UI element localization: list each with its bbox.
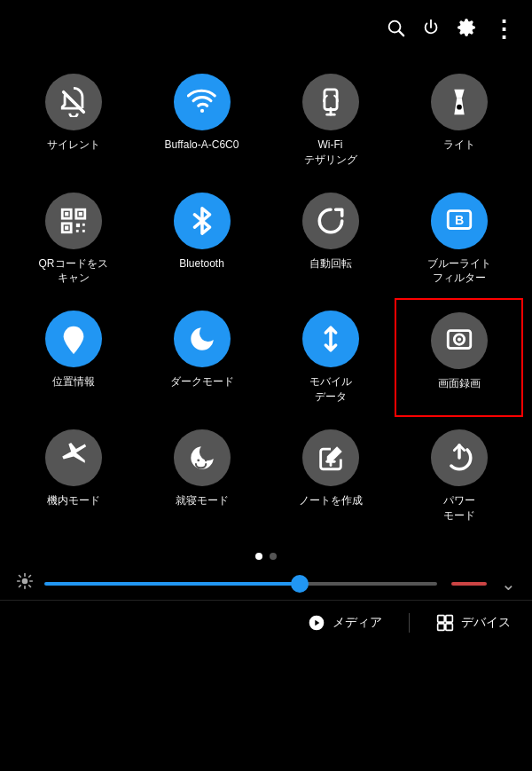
airplane-icon-circle — [45, 429, 102, 486]
svg-point-22 — [457, 338, 460, 342]
wifi-label: Buffalo-A-C6C0 — [165, 138, 239, 153]
location-label: 位置情報 — [52, 374, 95, 389]
svg-rect-4 — [324, 90, 336, 110]
tethering-icon-circle — [302, 74, 359, 130]
svg-rect-12 — [65, 225, 68, 229]
bluelight-icon-circle: B — [431, 193, 488, 249]
svg-line-30 — [20, 576, 21, 578]
settings-icon[interactable] — [457, 18, 476, 43]
flashlight-icon-circle — [431, 74, 488, 130]
note-label: ノートを作成 — [299, 493, 363, 508]
sleep-label: 就寝モード — [176, 493, 229, 508]
grid-item-note[interactable]: ノートを作成 — [266, 417, 395, 536]
more-icon[interactable]: ⋮ — [492, 16, 514, 43]
flashlight-label: ライト — [443, 138, 475, 153]
silent-icon-circle — [45, 74, 102, 130]
svg-point-23 — [197, 459, 200, 461]
grid-item-wifi[interactable]: Buffalo-A-C6C0 — [137, 61, 266, 180]
device-button[interactable]: デバイス — [436, 614, 511, 632]
power-icon[interactable] — [421, 18, 441, 43]
svg-rect-14 — [82, 223, 84, 225]
svg-line-34 — [20, 586, 21, 587]
svg-rect-41 — [446, 624, 453, 631]
brightness-slider-end — [451, 582, 487, 586]
grid-item-mobiledata[interactable]: モバイル データ — [266, 298, 395, 417]
svg-point-27 — [22, 578, 28, 585]
power-label: パワー モード — [443, 493, 475, 523]
grid-item-location[interactable]: 位置情報 — [9, 298, 137, 417]
grid-item-silent[interactable]: サイレント — [9, 61, 137, 180]
grid-item-tethering[interactable]: Wi-Fi テザリング — [266, 61, 395, 180]
divider — [409, 613, 410, 633]
media-label: メディア — [332, 615, 382, 631]
qr-icon-circle — [45, 193, 102, 249]
brightness-thumb[interactable] — [291, 575, 309, 593]
brightness-chevron-icon[interactable]: ⌄ — [501, 573, 516, 594]
page-dot-1[interactable] — [255, 553, 262, 560]
top-bar: ⋮ — [0, 0, 532, 52]
qr-label: QRコードをス キャン — [39, 256, 108, 287]
pagination — [0, 553, 532, 560]
svg-rect-8 — [65, 212, 68, 216]
svg-point-6 — [457, 105, 462, 110]
grid-item-bluetooth[interactable]: Bluetooth — [137, 180, 266, 299]
airplane-label: 機内モード — [47, 493, 100, 508]
grid-item-screenrecord[interactable]: 画面録画 — [395, 298, 523, 417]
screenrecord-icon-circle — [431, 312, 488, 369]
svg-line-31 — [29, 586, 31, 587]
location-icon-circle — [45, 311, 102, 367]
svg-text:B: B — [454, 213, 463, 227]
svg-point-24 — [204, 459, 207, 461]
rotation-icon-circle — [302, 193, 359, 249]
darkmode-label: ダークモード — [170, 374, 234, 389]
svg-rect-15 — [75, 230, 78, 232]
quick-settings-grid: サイレントBuffalo-A-C6C0Wi-Fi テザリングライトQRコードをス… — [0, 52, 532, 544]
grid-item-qr[interactable]: QRコードをス キャン — [9, 180, 137, 299]
svg-rect-38 — [438, 616, 445, 623]
page-dot-2[interactable] — [270, 553, 277, 560]
svg-rect-16 — [82, 230, 84, 232]
media-button[interactable]: メディア — [308, 614, 382, 632]
grid-item-darkmode[interactable]: ダークモード — [137, 298, 266, 417]
mobiledata-icon-circle — [302, 311, 359, 367]
silent-label: サイレント — [47, 138, 100, 153]
rotation-label: 自動回転 — [309, 256, 352, 271]
tethering-label: Wi-Fi テザリング — [304, 138, 357, 168]
power-icon-circle — [431, 429, 488, 486]
screenrecord-label: 画面録画 — [438, 376, 481, 391]
wifi-icon-circle — [174, 74, 231, 130]
brightness-control: ⌄ — [0, 567, 532, 600]
svg-rect-10 — [78, 212, 82, 216]
svg-rect-40 — [438, 624, 445, 631]
svg-point-3 — [200, 109, 203, 113]
svg-rect-39 — [446, 616, 453, 623]
grid-item-bluelight[interactable]: Bブルーライト フィルター — [395, 180, 523, 299]
grid-item-sleep[interactable]: 就寝モード — [137, 417, 266, 536]
grid-item-rotation[interactable]: 自動回転 — [266, 180, 395, 299]
grid-item-airplane[interactable]: 機内モード — [9, 417, 137, 536]
grid-item-power[interactable]: パワー モード — [395, 417, 523, 536]
mobiledata-label: モバイル データ — [309, 374, 352, 405]
darkmode-icon-circle — [174, 311, 231, 367]
brightness-slider[interactable] — [44, 582, 437, 586]
search-icon[interactable] — [386, 18, 405, 43]
svg-line-1 — [399, 31, 403, 35]
brightness-icon — [16, 572, 34, 594]
sleep-icon-circle — [174, 429, 231, 486]
bluelight-label: ブルーライト フィルター — [427, 256, 491, 287]
svg-line-35 — [29, 576, 31, 578]
bluetooth-label: Bluetooth — [179, 256, 224, 271]
grid-item-flashlight[interactable]: ライト — [395, 61, 523, 180]
note-icon-circle — [302, 429, 359, 486]
device-label: デバイス — [461, 615, 511, 631]
bottom-bar: メディア デバイス — [0, 600, 532, 645]
bluetooth-icon-circle — [174, 193, 231, 249]
svg-rect-13 — [75, 223, 79, 226]
